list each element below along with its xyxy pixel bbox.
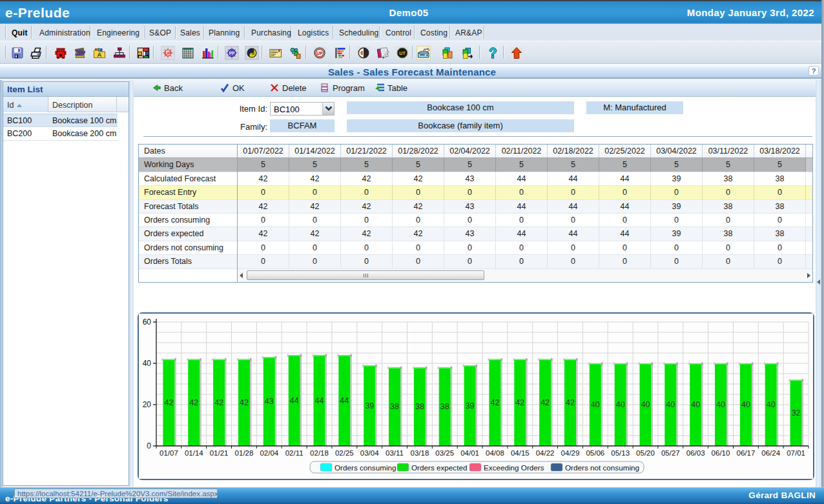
svg-text:0: 0 [147, 441, 151, 450]
svg-text:UP: UP [165, 51, 171, 55]
svg-text:40: 40 [641, 400, 650, 409]
svg-text:42: 42 [566, 398, 575, 407]
svg-text:39: 39 [466, 401, 475, 410]
svg-text:39: 39 [365, 401, 374, 410]
svg-text:43: 43 [265, 397, 274, 406]
svg-text:40: 40 [143, 359, 152, 368]
svg-text:02/04: 02/04 [260, 449, 278, 457]
svg-text:40: 40 [666, 400, 675, 409]
svg-text:01/14: 01/14 [185, 449, 203, 457]
svg-text:06/17: 06/17 [737, 449, 756, 457]
svg-text:44: 44 [315, 396, 324, 405]
svg-text:07/01: 07/01 [787, 449, 805, 457]
svg-text:05/06: 05/06 [586, 449, 604, 457]
svg-text:01/21: 01/21 [210, 449, 229, 457]
svg-text:01/07: 01/07 [160, 449, 178, 457]
svg-text:03/04: 03/04 [360, 449, 379, 457]
svg-text:PP: PP [229, 51, 235, 55]
svg-text:42: 42 [164, 398, 173, 407]
svg-text:42: 42 [515, 398, 524, 407]
svg-text:04/08: 04/08 [486, 449, 504, 457]
svg-text:05/20: 05/20 [636, 449, 655, 457]
svg-text:60: 60 [143, 318, 152, 327]
svg-text:04/01: 04/01 [460, 449, 479, 457]
svg-text:06/24: 06/24 [761, 449, 780, 457]
svg-text:05/13: 05/13 [611, 449, 630, 457]
svg-text:44: 44 [340, 396, 349, 405]
svg-text:UT: UT [399, 51, 406, 55]
svg-text:R: R [252, 52, 255, 55]
svg-text:40: 40 [616, 400, 625, 409]
svg-text:Orders not consuming: Orders not consuming [565, 463, 639, 472]
svg-text:03/25: 03/25 [435, 449, 454, 457]
svg-text:40: 40 [691, 400, 700, 409]
svg-text:40: 40 [767, 400, 776, 409]
svg-text:42: 42 [541, 398, 550, 407]
svg-text:06/10: 06/10 [712, 449, 730, 457]
svg-text:02/25: 02/25 [335, 449, 354, 457]
svg-text:40: 40 [716, 400, 725, 409]
svg-text:01/28: 01/28 [235, 449, 254, 457]
svg-text:04/29: 04/29 [561, 449, 580, 457]
svg-text:38: 38 [390, 402, 399, 411]
svg-text:03/18: 03/18 [411, 449, 429, 457]
svg-text:UP: UP [316, 51, 323, 55]
svg-text:42: 42 [240, 398, 249, 407]
svg-text:Orders expected: Orders expected [411, 463, 467, 472]
svg-text:02/11: 02/11 [285, 449, 304, 457]
svg-text:04/22: 04/22 [536, 449, 555, 457]
svg-text:03/11: 03/11 [386, 449, 404, 457]
svg-text:A: A [98, 51, 102, 58]
svg-text:42: 42 [214, 398, 223, 407]
svg-text:20: 20 [143, 400, 152, 409]
svg-text:38: 38 [415, 402, 424, 411]
svg-text:04/15: 04/15 [511, 449, 530, 457]
svg-text:44: 44 [290, 396, 299, 405]
svg-text:Exceeding Orders: Exceeding Orders [484, 463, 544, 472]
svg-text:40: 40 [741, 400, 750, 409]
svg-text:05/27: 05/27 [661, 449, 680, 457]
svg-text:Orders consuming: Orders consuming [335, 463, 397, 472]
svg-text:02/18: 02/18 [310, 449, 329, 457]
svg-text:06/03: 06/03 [686, 449, 705, 457]
svg-text:42: 42 [490, 398, 499, 407]
svg-text:38: 38 [440, 402, 449, 411]
svg-text:40: 40 [591, 400, 600, 409]
svg-text:42: 42 [189, 398, 198, 407]
svg-text:32: 32 [792, 408, 801, 418]
